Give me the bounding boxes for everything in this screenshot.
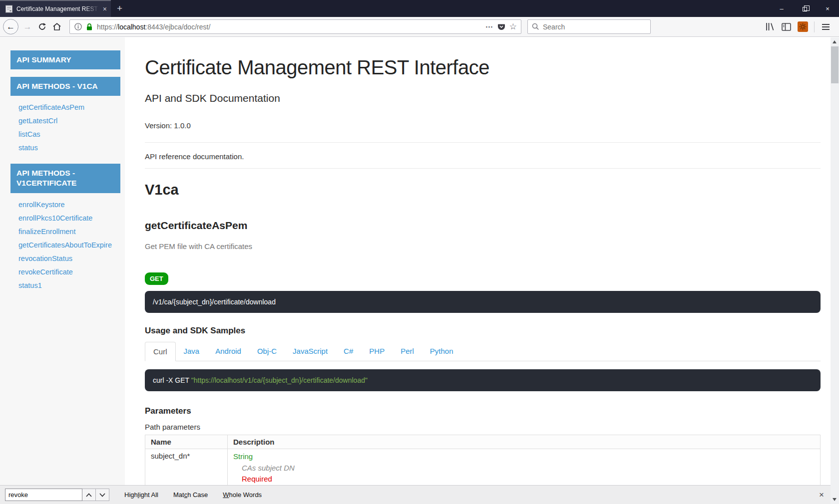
parameters-table: Name Description subject_dn* String CAs …: [145, 435, 821, 485]
certificate-favicon-icon: [5, 5, 13, 13]
restore-icon: [803, 7, 807, 11]
url-path: :8443/ejbca/doc/rest/: [145, 23, 210, 31]
find-previous-button[interactable]: [82, 489, 96, 501]
method-title: getCertificateAsPem: [145, 220, 821, 232]
http-method-badge: GET: [145, 272, 168, 285]
tab-python[interactable]: Python: [422, 342, 461, 361]
browser-tab[interactable]: Certificate Management REST Interface ×: [0, 0, 111, 17]
search-icon: [532, 23, 539, 30]
sidebar-item-listcas[interactable]: listCas: [18, 130, 120, 138]
back-button[interactable]: ←: [3, 19, 18, 34]
home-button[interactable]: [49, 22, 64, 31]
param-name-cell: subject_dn*: [145, 449, 228, 486]
vertical-scrollbar[interactable]: [831, 37, 839, 504]
table-header-row: Name Description: [145, 435, 821, 449]
tab-curl[interactable]: Curl: [145, 342, 176, 361]
version-text: Version: 1.0.0: [145, 121, 821, 130]
hamburger-icon: [822, 26, 830, 27]
method-description: Get PEM file with CA certificates: [145, 242, 821, 251]
curl-command: curl -X GET: [153, 376, 191, 384]
find-close-icon[interactable]: ×: [819, 490, 824, 500]
section-title-v1ca: V1ca: [145, 182, 821, 198]
reload-button[interactable]: [34, 22, 49, 31]
sidebar: API SUMMARY API METHODS - V1CA getCertif…: [0, 37, 125, 485]
tab-java[interactable]: Java: [176, 342, 208, 361]
tab-close-icon[interactable]: ×: [103, 5, 107, 12]
sidebar-item-status1[interactable]: status1: [18, 281, 120, 289]
sidebar-header-v1ca[interactable]: API METHODS - V1CA: [10, 77, 120, 96]
sidebar-item-getcertificatesabouttoexpire[interactable]: getCertificatesAboutToExpire: [18, 241, 120, 249]
whole-words-toggle[interactable]: Whole Words: [223, 491, 262, 499]
window-controls: – ×: [770, 0, 839, 17]
close-button[interactable]: ×: [816, 0, 839, 17]
curl-sample-bar: curl -X GET "https://localhost/v1/ca/{su…: [145, 369, 821, 391]
navigation-toolbar: ← → https://localhost:8443/ejbca/doc/res…: [0, 17, 839, 37]
url-text: https://localhost:8443/ejbca/doc/rest/: [97, 23, 481, 31]
sidebar-item-finalizeenrollment[interactable]: finalizeEnrollment: [18, 228, 120, 236]
tab-php[interactable]: PHP: [361, 342, 393, 361]
forward-button[interactable]: →: [20, 22, 34, 32]
divider: [145, 142, 821, 143]
sidebar-item-api-summary[interactable]: API SUMMARY: [10, 50, 120, 69]
titlebar: Certificate Management REST Interface × …: [0, 0, 839, 17]
scroll-down-icon[interactable]: [833, 498, 837, 501]
main-content: Certificate Management REST Interface AP…: [125, 37, 831, 485]
toolbar-separator: [814, 21, 815, 32]
sidebar-item-enrollkeystore[interactable]: enrollKeystore: [18, 201, 120, 209]
page-content: API SUMMARY API METHODS - V1CA getCertif…: [0, 37, 831, 485]
url-scheme: https://: [97, 23, 118, 31]
highlight-all-toggle[interactable]: Highlight All: [124, 491, 158, 499]
sidebar-links-v1ca: getCertificateAsPem getLatestCrl listCas…: [10, 103, 120, 152]
bookmark-star-icon[interactable]: ☆: [509, 21, 517, 32]
sidebar-toggle-icon[interactable]: [778, 23, 795, 31]
restore-button[interactable]: [793, 0, 816, 17]
find-bar: Highlight All Match Case Whole Words ×: [0, 485, 831, 504]
tab-javascript[interactable]: JavaScript: [285, 342, 336, 361]
pocket-icon[interactable]: [497, 23, 505, 30]
url-bar[interactable]: https://localhost:8443/ejbca/doc/rest/ ⋯…: [69, 19, 521, 34]
table-row: subject_dn* String CAs subject DN Requir…: [145, 449, 821, 486]
tab-title: Certificate Management REST Interface: [16, 5, 99, 12]
sidebar-item-enrollpkcs10certificate[interactable]: enrollPkcs10Certificate: [18, 214, 120, 222]
sidebar-item-revocationstatus[interactable]: revocationStatus: [18, 254, 120, 262]
site-info-icon[interactable]: [74, 23, 82, 30]
tab-obj-c[interactable]: Obj-C: [249, 342, 285, 361]
toolbar-right: [762, 21, 834, 32]
tab-perl[interactable]: Perl: [393, 342, 422, 361]
api-reference-text: API reference documentation.: [145, 152, 821, 169]
search-box[interactable]: [527, 19, 651, 34]
sidebar-item-getlatestcrl[interactable]: getLatestCrl: [18, 117, 120, 125]
library-icon[interactable]: [762, 22, 778, 31]
endpoint-path-bar: /v1/ca/{subject_dn}/certificate/download: [145, 291, 821, 313]
new-tab-button[interactable]: +: [111, 0, 128, 17]
sidebar-item-status[interactable]: status: [18, 144, 120, 152]
find-next-button[interactable]: [96, 489, 109, 501]
find-input[interactable]: [5, 489, 82, 501]
sidebar-item-getcertificateaspem[interactable]: getCertificateAsPem: [18, 103, 120, 111]
page-subtitle: API and SDK Documentation: [145, 92, 821, 104]
sidebar-header-v1certificate[interactable]: API METHODS - V1CERTIFICATE: [10, 164, 120, 193]
usage-title: Usage and SDK Samples: [145, 326, 821, 336]
url-host: localhost: [118, 23, 145, 31]
minimize-button[interactable]: –: [770, 0, 793, 17]
search-input[interactable]: [543, 23, 646, 31]
match-case-toggle[interactable]: Match Case: [173, 491, 208, 499]
sidebar-links-v1certificate: enrollKeystore enrollPkcs10Certificate f…: [10, 201, 120, 289]
extension-gear-icon: [798, 21, 808, 32]
tab-csharp[interactable]: C#: [336, 342, 361, 361]
scrollbar-thumb[interactable]: [831, 46, 839, 83]
param-description: CAs subject DN: [233, 463, 815, 473]
column-header-description: Description: [228, 435, 821, 449]
page-actions-icon[interactable]: ⋯: [485, 22, 493, 31]
curl-url-string: "https://localhost/v1/ca/{subject_dn}/ce…: [191, 376, 368, 384]
menu-button[interactable]: [818, 26, 834, 27]
scroll-up-icon[interactable]: [833, 40, 837, 43]
extension-button[interactable]: [795, 21, 811, 32]
tab-android[interactable]: Android: [207, 342, 249, 361]
param-required-flag: Required: [233, 474, 815, 485]
column-header-name: Name: [145, 435, 228, 449]
sdk-sample-tabs: Curl Java Android Obj-C JavaScript C# PH…: [145, 342, 821, 361]
sidebar-item-revokecertificate[interactable]: revokeCertificate: [18, 268, 120, 276]
path-parameters-label: Path parameters: [145, 423, 821, 431]
padlock-icon[interactable]: [86, 23, 93, 31]
